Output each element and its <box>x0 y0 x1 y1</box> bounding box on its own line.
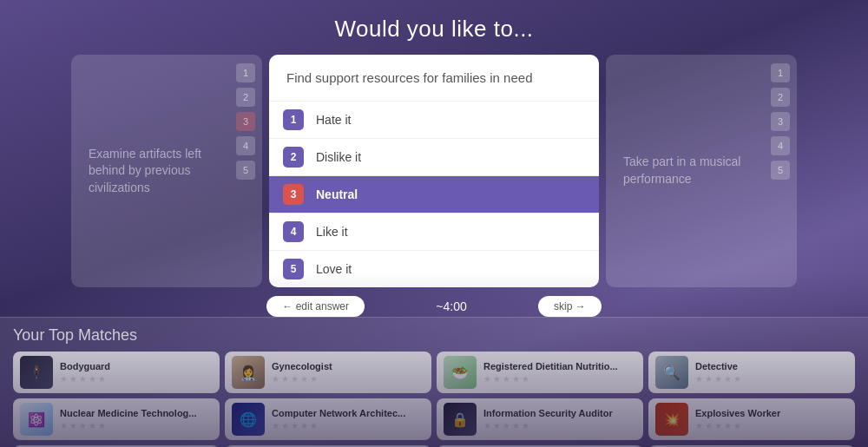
match-image: 🔒 <box>444 403 477 436</box>
star-icon[interactable]: ★ <box>512 374 520 384</box>
star-icon[interactable]: ★ <box>89 374 96 384</box>
star-icon[interactable]: ★ <box>79 374 87 384</box>
match-card[interactable]: 🥗Registered Dietitian Nutritio...★★★★★ <box>437 352 643 393</box>
match-name: Gynecologist <box>272 361 424 371</box>
match-image: 🕴 <box>20 356 53 389</box>
match-info: Gynecologist★★★★★ <box>272 361 424 384</box>
left-num-3: 3 <box>236 112 255 131</box>
edit-answer-button[interactable]: ← edit answer <box>266 296 365 317</box>
right-card-text: Take part in a musical performance <box>615 145 788 196</box>
star-icon[interactable]: ★ <box>705 374 713 384</box>
left-card-text: Examine artifacts left behind by previou… <box>80 137 253 206</box>
star-icon[interactable]: ★ <box>89 421 96 431</box>
option-5-number: 5 <box>283 259 304 279</box>
match-image: 🥗 <box>444 356 477 389</box>
star-icon[interactable]: ★ <box>493 374 501 384</box>
star-icon[interactable]: ★ <box>705 421 713 431</box>
matches-grid: 🕴Bodyguard★★★★★👩‍⚕️Gynecologist★★★★★🥗Reg… <box>13 352 855 447</box>
star-icon[interactable]: ★ <box>733 421 741 431</box>
option-5-text: Love it <box>316 262 352 276</box>
star-icon[interactable]: ★ <box>300 374 308 384</box>
match-card[interactable]: 🕴Bodyguard★★★★★ <box>13 352 220 393</box>
star-icon[interactable]: ★ <box>98 421 106 431</box>
match-name: Detective <box>695 361 848 371</box>
star-icon[interactable]: ★ <box>281 421 289 431</box>
matches-title: Your Top Matches <box>13 326 855 345</box>
match-stars: ★★★★★ <box>60 421 213 431</box>
match-info: Explosives Worker★★★★★ <box>695 408 848 431</box>
match-card[interactable]: 🔒Information Security Auditor★★★★★ <box>437 398 643 440</box>
match-info: Registered Dietitian Nutritio...★★★★★ <box>483 361 636 384</box>
star-icon[interactable]: ★ <box>300 421 308 431</box>
match-name: Computer Network Architec... <box>272 408 424 418</box>
timer: ~4:00 <box>436 299 466 313</box>
star-icon[interactable]: ★ <box>310 421 318 431</box>
left-num-5: 5 <box>236 161 255 180</box>
match-stars: ★★★★★ <box>695 421 848 431</box>
right-card: Take part in a musical performance 1 2 3… <box>606 55 797 287</box>
star-icon[interactable]: ★ <box>695 421 703 431</box>
match-card[interactable]: 🔍Detective★★★★★ <box>648 352 855 393</box>
star-icon[interactable]: ★ <box>503 421 510 431</box>
left-card: Examine artifacts left behind by previou… <box>71 55 262 287</box>
star-icon[interactable]: ★ <box>69 421 77 431</box>
star-icon[interactable]: ★ <box>733 374 741 384</box>
match-card[interactable]: ⚛️Nuclear Medicine Technolog...★★★★★ <box>13 398 220 440</box>
star-icon[interactable]: ★ <box>522 374 529 384</box>
star-icon[interactable]: ★ <box>60 421 68 431</box>
star-icon[interactable]: ★ <box>98 374 106 384</box>
match-info: Nuclear Medicine Technolog...★★★★★ <box>60 408 213 431</box>
star-icon[interactable]: ★ <box>281 374 289 384</box>
star-icon[interactable]: ★ <box>310 374 318 384</box>
left-num-1: 1 <box>236 63 255 82</box>
option-2-text: Dislike it <box>316 150 361 164</box>
star-icon[interactable]: ★ <box>493 421 501 431</box>
star-icon[interactable]: ★ <box>291 421 299 431</box>
star-icon[interactable]: ★ <box>291 374 299 384</box>
star-icon[interactable]: ★ <box>272 421 279 431</box>
question-area: Examine artifacts left behind by previou… <box>0 55 868 287</box>
match-image: 👩‍⚕️ <box>232 356 265 389</box>
skip-button[interactable]: skip → <box>538 296 602 317</box>
star-icon[interactable]: ★ <box>512 421 520 431</box>
star-icon[interactable]: ★ <box>483 421 491 431</box>
right-card-numbers: 1 2 3 4 5 <box>771 63 790 180</box>
star-icon[interactable]: ★ <box>69 374 77 384</box>
option-2-number: 2 <box>283 147 304 168</box>
right-num-5: 5 <box>771 161 790 180</box>
page-title: Would you like to... <box>0 0 868 55</box>
match-card[interactable]: 👩‍⚕️Gynecologist★★★★★ <box>225 352 431 393</box>
option-1-text: Hate it <box>316 113 351 127</box>
match-card[interactable]: 💥Explosives Worker★★★★★ <box>648 398 855 440</box>
option-5[interactable]: 5 Love it <box>269 250 599 287</box>
center-question: Find support resources for families in n… <box>269 55 599 101</box>
star-icon[interactable]: ★ <box>522 421 529 431</box>
option-2[interactable]: 2 Dislike it <box>269 138 599 175</box>
option-4-number: 4 <box>283 221 304 242</box>
match-image: 💥 <box>655 403 688 436</box>
match-name: Bodyguard <box>60 361 213 371</box>
star-icon[interactable]: ★ <box>724 421 732 431</box>
match-stars: ★★★★★ <box>272 421 424 431</box>
star-icon[interactable]: ★ <box>695 374 703 384</box>
match-card[interactable]: 🌐Computer Network Architec...★★★★★ <box>225 398 431 440</box>
option-4[interactable]: 4 Like it <box>269 213 599 250</box>
match-stars: ★★★★★ <box>272 374 424 384</box>
match-name: Information Security Auditor <box>483 408 636 418</box>
match-image: ⚛️ <box>20 403 53 436</box>
star-icon[interactable]: ★ <box>272 374 279 384</box>
match-info: Computer Network Architec...★★★★★ <box>272 408 424 431</box>
option-1[interactable]: 1 Hate it <box>269 101 599 138</box>
match-name: Nuclear Medicine Technolog... <box>60 408 213 418</box>
left-card-numbers: 1 2 3 4 5 <box>236 63 255 180</box>
star-icon[interactable]: ★ <box>724 374 732 384</box>
star-icon[interactable]: ★ <box>483 374 491 384</box>
star-icon[interactable]: ★ <box>714 374 722 384</box>
left-num-4: 4 <box>236 136 255 155</box>
star-icon[interactable]: ★ <box>79 421 87 431</box>
star-icon[interactable]: ★ <box>714 421 722 431</box>
match-image: 🌐 <box>232 403 265 436</box>
star-icon[interactable]: ★ <box>60 374 68 384</box>
option-3[interactable]: 3 Neutral <box>269 175 599 213</box>
star-icon[interactable]: ★ <box>503 374 510 384</box>
